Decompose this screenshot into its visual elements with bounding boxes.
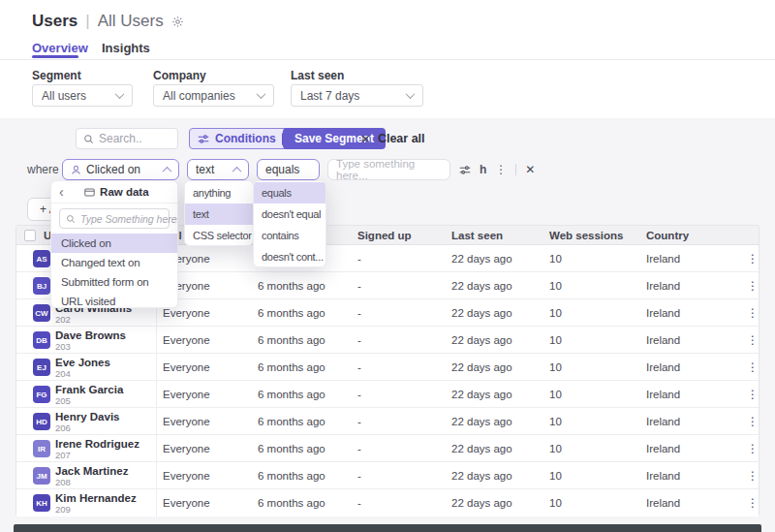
- category-label: Raw data: [100, 186, 149, 198]
- user-name: Kim Hernandez: [55, 492, 137, 504]
- page-subtitle: All Users: [98, 12, 164, 31]
- user-id: 204: [55, 368, 71, 379]
- first-seen-cell: 6 months ago: [258, 462, 326, 489]
- kebab-icon[interactable]: ⋮: [495, 163, 507, 176]
- search-placeholder: Search..: [99, 132, 142, 145]
- signed-up-cell: -: [357, 327, 361, 354]
- menu-item-css-selector[interactable]: CSS selector: [185, 225, 253, 246]
- row-kebab-icon[interactable]: ⋮: [745, 245, 760, 272]
- user-name: Irene Rodriguez: [55, 438, 140, 450]
- avatar: FG: [33, 386, 50, 403]
- web-sessions-cell: 10: [549, 435, 562, 462]
- table-row[interactable]: HD Henry Davis 206 Everyone 6 months ago…: [16, 408, 759, 435]
- select-all-checkbox[interactable]: [24, 230, 36, 241]
- menu-item-submitted-form-on[interactable]: Submitted form on: [51, 272, 177, 292]
- sliders-icon[interactable]: [459, 165, 471, 175]
- type-dropdown-panel: anything text CSS selector: [184, 180, 254, 246]
- first-seen-cell: 6 months ago: [258, 489, 326, 516]
- conditions-label: Conditions: [215, 132, 276, 145]
- search-input[interactable]: Search..: [76, 128, 178, 149]
- search-icon: [83, 134, 94, 144]
- value-placeholder: Type something here...: [336, 158, 442, 181]
- country-cell: Ireland: [646, 381, 680, 408]
- menu-item-doesnt-contain[interactable]: doesn't cont...: [254, 246, 326, 267]
- col-signed-up: Signed up: [357, 226, 412, 245]
- company-value: All companies: [163, 89, 235, 103]
- audience-cell: Everyone: [163, 354, 210, 381]
- chevron-down-icon: [257, 89, 266, 99]
- menu-item-contains[interactable]: contains: [254, 225, 326, 246]
- web-sessions-cell: 10: [549, 381, 562, 408]
- frozen-column-divider: [156, 327, 157, 354]
- row-kebab-icon[interactable]: ⋮: [745, 354, 760, 381]
- type-select[interactable]: text: [187, 159, 249, 180]
- web-sessions-cell: 10: [549, 489, 562, 516]
- menu-item-url-visited[interactable]: URL visited: [51, 292, 177, 308]
- tab-insights[interactable]: Insights: [102, 41, 150, 55]
- close-icon: ✕: [360, 132, 371, 146]
- country-cell: Ireland: [646, 354, 680, 381]
- web-sessions-cell: 10: [549, 462, 562, 489]
- segment-select[interactable]: All users: [32, 84, 133, 107]
- dropdown-search-input[interactable]: Type Something here...: [59, 208, 170, 229]
- avatar: KH: [33, 494, 50, 512]
- last-seen-value: Last 7 days: [300, 89, 359, 103]
- table-row[interactable]: KH Kim Hernandez 209 Everyone 6 months a…: [16, 489, 759, 516]
- operator-select[interactable]: equals: [257, 159, 320, 180]
- chevron-down-icon: [406, 89, 416, 99]
- active-tab-underline: [32, 55, 78, 58]
- bottom-bar: [14, 524, 761, 532]
- row-kebab-icon[interactable]: ⋮: [745, 381, 760, 408]
- event-dropdown-panel: ‹ Raw data Type Something here... Clicke…: [50, 180, 178, 308]
- table-row[interactable]: JM Jack Martinez 208 Everyone 6 months a…: [16, 462, 759, 489]
- avatar: IR: [33, 440, 50, 457]
- country-cell: Ireland: [646, 408, 680, 435]
- remove-condition-icon[interactable]: ✕: [525, 163, 535, 176]
- web-sessions-cell: 10: [549, 354, 562, 381]
- hierarchy-icon[interactable]: h: [480, 163, 486, 176]
- table-row[interactable]: FG Frank Garcia 205 Everyone 6 months ag…: [16, 381, 759, 408]
- col-country: Country: [646, 226, 689, 245]
- table-row[interactable]: DB Dave Browns 203 Everyone 6 months ago…: [16, 327, 759, 354]
- web-sessions-cell: 10: [549, 245, 562, 272]
- row-kebab-icon[interactable]: ⋮: [745, 327, 760, 354]
- condition-value-input[interactable]: Type something here...: [327, 159, 450, 180]
- last-seen-cell: 22 days ago: [451, 354, 512, 381]
- row-kebab-icon[interactable]: ⋮: [745, 299, 760, 327]
- avatar: DB: [33, 331, 50, 349]
- row-kebab-icon[interactable]: ⋮: [745, 435, 760, 462]
- event-select[interactable]: Clicked on: [62, 159, 179, 180]
- signed-up-cell: -: [357, 299, 361, 327]
- row-kebab-icon[interactable]: ⋮: [745, 462, 760, 489]
- signed-up-cell: -: [357, 272, 361, 299]
- menu-item-anything[interactable]: anything: [185, 182, 253, 203]
- country-cell: Ireland: [646, 272, 680, 299]
- menu-item-equals[interactable]: equals: [254, 182, 326, 203]
- first-seen-cell: 6 months ago: [258, 272, 326, 299]
- row-kebab-icon[interactable]: ⋮: [745, 489, 760, 516]
- table-row[interactable]: EJ Eve Jones 204 Everyone 6 months ago -…: [16, 354, 759, 381]
- first-seen-cell: 6 months ago: [258, 381, 326, 408]
- first-seen-cell: 6 months ago: [258, 299, 326, 327]
- last-seen-cell: 22 days ago: [451, 299, 512, 327]
- avatar: AS: [33, 250, 50, 267]
- event-value: Clicked on: [86, 163, 140, 176]
- last-seen-select[interactable]: Last 7 days: [291, 84, 423, 107]
- menu-item-changed-text-on[interactable]: Changed text on: [51, 253, 177, 272]
- segment-label: Segment: [32, 69, 81, 82]
- frozen-column-divider: [156, 462, 157, 489]
- country-cell: Ireland: [646, 299, 680, 327]
- user-id: 205: [55, 395, 71, 406]
- table-row[interactable]: IR Irene Rodriguez 207 Everyone 6 months…: [16, 435, 759, 462]
- menu-item-doesnt-equal[interactable]: doesn't equal: [254, 203, 326, 225]
- menu-item-clicked-on[interactable]: Clicked on: [51, 234, 177, 253]
- clear-all-button[interactable]: ✕ Clear all: [360, 128, 425, 149]
- tab-overview[interactable]: Overview: [32, 41, 88, 55]
- row-kebab-icon[interactable]: ⋮: [745, 408, 760, 435]
- company-select[interactable]: All companies: [153, 84, 274, 107]
- tools-divider: [515, 164, 516, 175]
- gear-icon[interactable]: [171, 16, 184, 28]
- menu-item-text[interactable]: text: [185, 203, 253, 225]
- signed-up-cell: -: [357, 489, 361, 516]
- row-kebab-icon[interactable]: ⋮: [745, 272, 760, 299]
